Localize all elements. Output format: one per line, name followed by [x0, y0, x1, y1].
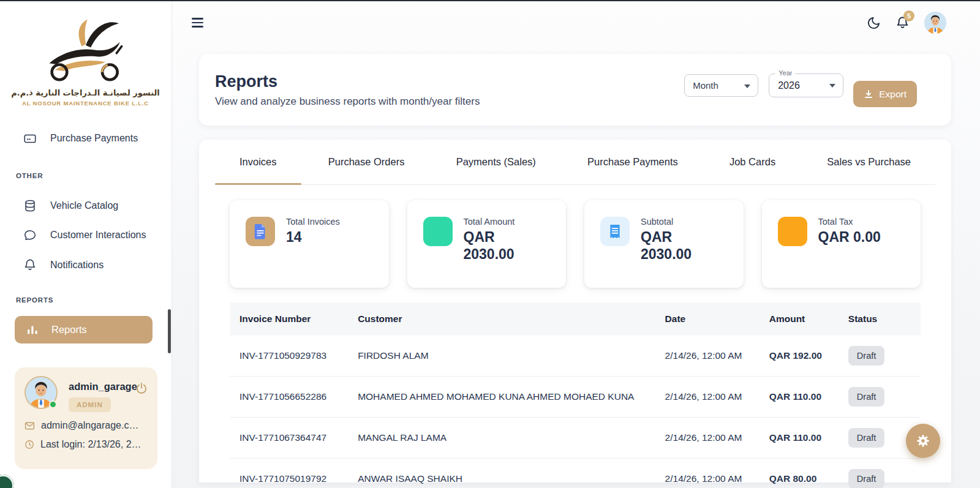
invoices-table: Invoice Number Customer Date Amount Stat… — [230, 302, 921, 488]
sidebar-scrollbar-thumb[interactable] — [168, 309, 171, 353]
column-invoice-number: Invoice Number — [230, 302, 348, 336]
table-row[interactable]: INV-1771075019792 ANWAR ISAAQ SHAIKH 2/1… — [230, 459, 921, 488]
table-header-row: Invoice Number Customer Date Amount Stat… — [230, 302, 921, 336]
user-email-row: admin@alngarage.c… — [24, 420, 149, 431]
amount-icon — [423, 217, 453, 246]
month-filter-select[interactable]: Month — [684, 74, 758, 97]
page-subtitle: View and analyze business reports with m… — [215, 96, 480, 108]
sidebar-section-other: OTHER — [16, 172, 43, 179]
summary-card-value: QAR 2030.00 — [464, 229, 540, 263]
tab-purchase-payments[interactable]: Purchase Payments — [563, 140, 703, 184]
invoice-date: 2/14/26, 12:00 AM — [655, 418, 760, 459]
last-login: Last login: 2/13/26, 2… — [40, 439, 141, 450]
invoice-date: 2/14/26, 12:00 AM — [655, 336, 760, 377]
summary-card-total-tax: Total Tax QAR 0.00 — [762, 200, 921, 288]
chevron-down-icon — [829, 84, 835, 88]
chevron-down-icon — [744, 84, 750, 88]
invoice-number: INV-1771075019792 — [230, 459, 348, 488]
brand-name-arabic: النسور لصيانـة الـدراجات النارية ذ.م.م — [0, 88, 171, 97]
summary-card-total-amount: Total Amount QAR 2030.00 — [407, 200, 567, 288]
tab-sales-vs-purchase[interactable]: Sales vs Purchase — [802, 140, 935, 184]
sidebar-item-customer-interactions[interactable]: Customer Interactions — [15, 223, 153, 247]
invoice-amount: QAR 110.00 — [760, 377, 839, 418]
sidebar-item-vehicle-catalog[interactable]: Vehicle Catalog — [15, 193, 153, 218]
summary-card-value: QAR 0.00 — [818, 229, 881, 246]
export-button-label: Export — [879, 89, 907, 100]
moon-icon — [867, 16, 881, 30]
bell-icon — [23, 258, 37, 272]
page-title: Reports — [215, 72, 480, 91]
role-badge: ADMIN — [69, 397, 111, 412]
summary-card-subtotal: Subtotal QAR 2030.00 — [584, 200, 744, 288]
notifications-button[interactable]: 5 — [895, 16, 910, 30]
database-icon — [23, 199, 37, 212]
summary-card-total-invoices: Total Invoices 14 — [230, 200, 389, 288]
user-profile-card: admin_garage ADMIN admin@alngarage.c… La… — [15, 367, 157, 469]
invoice-date: 2/14/26, 12:00 AM — [655, 377, 760, 418]
chat-icon — [23, 228, 37, 242]
tab-job-cards[interactable]: Job Cards — [705, 140, 800, 184]
brand-name-english: AL NOSOUR MAINTENANCE BIKE L.L.C — [0, 100, 171, 107]
corner-decoration — [0, 475, 14, 488]
year-filter-label: Year — [775, 69, 795, 77]
brand-logo-icon — [37, 18, 135, 84]
export-button[interactable]: Export — [853, 81, 917, 107]
settings-fab-button[interactable] — [906, 424, 940, 458]
invoice-date: 2/14/26, 12:00 AM — [655, 459, 760, 488]
column-status: Status — [839, 302, 921, 336]
window-top-edge — [0, 0, 980, 1]
logout-power-icon[interactable] — [135, 382, 148, 394]
column-customer: Customer — [348, 302, 655, 336]
gear-icon — [915, 433, 931, 449]
year-filter-select[interactable]: Year 2026 — [769, 73, 843, 97]
user-email: admin@alngarage.c… — [41, 420, 138, 431]
summary-card-label: Total Invoices — [286, 217, 340, 227]
column-amount: Amount — [760, 302, 839, 336]
summary-card-label: Subtotal — [641, 217, 717, 227]
summary-card-value: QAR 2030.00 — [641, 229, 717, 263]
page-header-card: Reports View and analyze business report… — [199, 54, 951, 126]
invoice-number: INV-1771050929783 — [230, 336, 348, 377]
invoices-panel: Total Invoices 14 Total Amount QAR 2030.… — [215, 185, 935, 488]
sidebar-item-purchase-payments[interactable]: Purchase Payments — [15, 126, 153, 151]
top-bar: 5 — [172, 0, 980, 45]
sidebar-item-reports-active[interactable]: Reports — [15, 316, 153, 343]
reports-content-card: Invoices Purchase Orders Payments (Sales… — [199, 140, 951, 482]
sidebar: النسور لصيانـة الـدراجات النارية ذ.م.م A… — [0, 0, 172, 488]
main-content: 5 Reports View and analyze business repo… — [172, 0, 980, 488]
username: admin_garage — [69, 381, 137, 392]
download-icon — [864, 89, 873, 99]
status-badge: Draft — [848, 387, 884, 407]
table-row[interactable]: INV-1771050929783 FIRDOSH ALAM 2/14/26, … — [230, 336, 921, 377]
sidebar-item-label: Purchase Payments — [50, 133, 138, 144]
online-status-dot — [49, 400, 57, 408]
bar-chart-icon — [26, 323, 39, 337]
sidebar-item-label: Vehicle Catalog — [50, 200, 118, 211]
customer-name: FIRDOSH ALAM — [348, 336, 655, 377]
report-tabs: Invoices Purchase Orders Payments (Sales… — [215, 140, 935, 185]
summary-card-value: 14 — [286, 229, 340, 246]
status-badge: Draft — [848, 346, 884, 366]
tab-invoices[interactable]: Invoices — [215, 140, 301, 184]
sidebar-item-notifications[interactable]: Notifications — [15, 253, 153, 277]
profile-avatar-button[interactable] — [924, 12, 946, 34]
table-row[interactable]: INV-1771067364747 MANGAL RAJ LAMA 2/14/2… — [230, 418, 921, 459]
status-badge: Draft — [848, 428, 884, 448]
column-date: Date — [655, 302, 760, 336]
year-filter-value: 2026 — [778, 80, 800, 91]
menu-toggle-button[interactable] — [189, 15, 206, 29]
invoice-number: INV-1771056652286 — [230, 377, 348, 418]
invoice-amount: QAR 80.00 — [760, 459, 839, 488]
brand-logo-block: النسور لصيانـة الـدراجات النارية ذ.م.م A… — [0, 0, 171, 130]
table-row[interactable]: INV-1771056652286 MOHAMED AHMED MOHAMED … — [230, 377, 921, 418]
user-avatar — [24, 376, 58, 409]
clock-icon — [24, 440, 34, 449]
invoice-number: INV-1771067364747 — [230, 418, 348, 459]
tax-icon — [778, 217, 807, 246]
dark-mode-toggle[interactable] — [867, 16, 881, 30]
sidebar-item-label: Reports — [51, 324, 87, 336]
tab-purchase-orders[interactable]: Purchase Orders — [304, 140, 429, 184]
summary-card-label: Total Amount — [464, 217, 540, 227]
status-badge: Draft — [848, 469, 884, 488]
tab-payments-sales[interactable]: Payments (Sales) — [432, 140, 560, 184]
